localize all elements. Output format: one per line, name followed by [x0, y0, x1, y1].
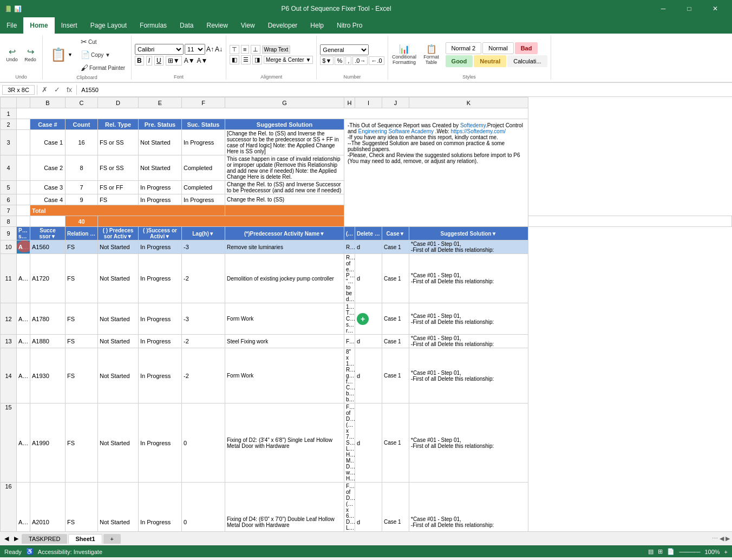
align-center-button[interactable]: ☰ — [241, 55, 251, 64]
case4-label: Case 4 — [30, 194, 66, 205]
sheet-tab-add[interactable]: + — [103, 534, 121, 544]
tab-nitro[interactable]: Nitro Pro — [330, 17, 369, 34]
align-middle-button[interactable]: ≡ — [241, 45, 249, 54]
col-c[interactable]: C — [66, 97, 98, 108]
main-grid[interactable]: B C D E F G H I J K 1 — [0, 97, 732, 531]
col-i[interactable]: I — [355, 97, 382, 108]
col-g[interactable]: G — [225, 97, 344, 108]
zoom-level: 100% — [704, 549, 720, 555]
scroll-tab-right[interactable]: ▶ — [12, 534, 21, 543]
tab-home[interactable]: Home — [23, 17, 54, 34]
font-color-button[interactable]: A▼ — [197, 57, 208, 64]
col-a[interactable] — [17, 97, 30, 108]
scroll-tab-left[interactable]: ◀ — [2, 534, 11, 543]
page-layout-button[interactable]: ⊞ — [658, 548, 663, 555]
col-k[interactable]: K — [409, 97, 528, 108]
format-as-table-button[interactable]: 📋 Format Table — [419, 43, 445, 66]
row13-predecessor: A1870 — [17, 335, 30, 348]
tab-formulas[interactable]: Formulas — [133, 17, 173, 34]
row16-prestatus: Not Started — [98, 483, 139, 532]
maximize-button[interactable]: □ — [677, 0, 702, 17]
zoom-in-button[interactable]: + — [724, 549, 728, 555]
mhdr-prestatus: ( ) Predeces sor Activ▼ — [98, 227, 139, 240]
style-good[interactable]: Good — [446, 55, 473, 67]
dec-decimal-button[interactable]: ←.0 — [369, 56, 384, 65]
align-bottom-button[interactable]: ⊥ — [251, 45, 260, 54]
sheet-tab-taskpred[interactable]: TASKPRED — [22, 534, 67, 544]
function-button[interactable]: ✗ — [40, 86, 50, 94]
sheet-area[interactable]: B C D E F G H I J K 1 — [0, 97, 732, 531]
col-f[interactable]: F — [182, 97, 225, 108]
accessibility-status[interactable]: Accessibility: Investigate — [38, 549, 102, 555]
inc-decimal-button[interactable]: .0→ — [352, 56, 368, 65]
zoom-slider-label: ───── — [679, 549, 700, 555]
row14-lag: -2 — [182, 348, 225, 403]
italic-button[interactable]: I — [146, 56, 152, 66]
row15-solution: *Case #01 - Step 01,-First of all Delete… — [409, 403, 528, 483]
row10-lag: -3 — [182, 240, 225, 254]
tab-data[interactable]: Data — [173, 17, 200, 34]
col-h[interactable]: H — [344, 97, 355, 108]
align-left-button[interactable]: ◧ — [230, 55, 239, 64]
underline-button[interactable]: U — [154, 56, 164, 66]
close-button[interactable]: ✕ — [703, 0, 728, 17]
tab-help[interactable]: Help — [304, 17, 330, 34]
wrap-text-button[interactable]: Wrap Text — [262, 45, 291, 54]
tab-review[interactable]: Review — [200, 17, 234, 34]
row16-successor: A2010 — [30, 483, 66, 532]
border-button[interactable]: ⊞▼ — [166, 56, 182, 66]
redo-button[interactable]: ↪Redo — [22, 45, 39, 63]
style-normal[interactable]: Normal — [482, 42, 513, 54]
info-text: -This Out of Sequence Report was Created… — [348, 122, 523, 164]
currency-button[interactable]: $▼ — [320, 56, 334, 65]
row10-predecessor[interactable]: A1550 — [17, 240, 30, 254]
fill-color-button[interactable]: A▼ — [184, 57, 195, 64]
align-top-button[interactable]: ⊤ — [230, 45, 239, 54]
col-d[interactable]: D — [98, 97, 139, 108]
style-bad[interactable]: Bad — [515, 42, 538, 54]
style-normal2[interactable]: Normal 2 — [446, 42, 482, 54]
col-b[interactable]: B — [30, 97, 66, 108]
tab-developer[interactable]: Developer — [262, 17, 304, 34]
font-size-select[interactable]: 11 — [185, 44, 205, 55]
row-16-header: 16 — [1, 483, 17, 532]
comma-button[interactable]: , — [345, 56, 351, 65]
font-name-select[interactable]: Calibri — [135, 44, 184, 55]
col-j[interactable]: J — [382, 97, 409, 108]
sheet-tab-sheet1[interactable]: Sheet1 — [68, 534, 102, 544]
row11-reltype: FS — [66, 254, 98, 303]
align-right-button[interactable]: ◨ — [252, 55, 262, 64]
normal-view-button[interactable]: ▤ — [648, 548, 653, 555]
format-painter-button[interactable]: 🖌 Format Painter — [78, 62, 128, 74]
style-neutral[interactable]: Neutral — [474, 55, 506, 67]
tab-view[interactable]: View — [234, 17, 262, 34]
page-break-button[interactable]: 📄 — [667, 548, 675, 555]
copy-button[interactable]: 📄 Copy ▼ — [78, 49, 128, 61]
increase-font-button[interactable]: A↑ — [206, 45, 214, 53]
decrease-font-button[interactable]: A↓ — [215, 45, 223, 53]
row14-successor: A1930 — [30, 348, 66, 403]
paste-button[interactable]: 📋▼ — [46, 46, 77, 63]
case1-sucstatus: In Progress — [182, 130, 225, 155]
bold-button[interactable]: B — [135, 56, 144, 66]
table-row: 2 Case # Count Rel. Type Pre. Status Suc… — [1, 119, 732, 130]
confirm-button[interactable]: ✓ — [52, 86, 62, 94]
conditional-formatting-button[interactable]: 📊 Conditional Formatting — [391, 43, 417, 66]
row12-delete[interactable]: + — [355, 303, 382, 335]
undo-button[interactable]: ↩Undo — [3, 45, 21, 63]
row-2-header: 2 — [1, 119, 17, 130]
style-calculation[interactable]: Calculati... — [507, 55, 547, 67]
tab-page-layout[interactable]: Page Layout — [84, 17, 133, 34]
percent-button[interactable]: % — [335, 56, 344, 65]
insert-function-button[interactable]: fx — [64, 86, 74, 94]
col-corner — [1, 97, 17, 108]
tab-insert[interactable]: Insert — [55, 17, 84, 34]
merge-center-button[interactable]: Merge & Center ▼ — [264, 56, 313, 64]
number-format-select[interactable]: General — [320, 44, 369, 55]
minimize-button[interactable]: ─ — [651, 0, 676, 17]
cut-button[interactable]: ✂ Cut — [78, 36, 128, 48]
cell-reference-box[interactable]: 3R x 8C — [2, 85, 35, 95]
row16-prename: Fixing of D4: (6'0" x 7'0") Double Leaf … — [225, 483, 344, 532]
tab-file[interactable]: File — [0, 17, 23, 34]
col-e[interactable]: E — [139, 97, 182, 108]
